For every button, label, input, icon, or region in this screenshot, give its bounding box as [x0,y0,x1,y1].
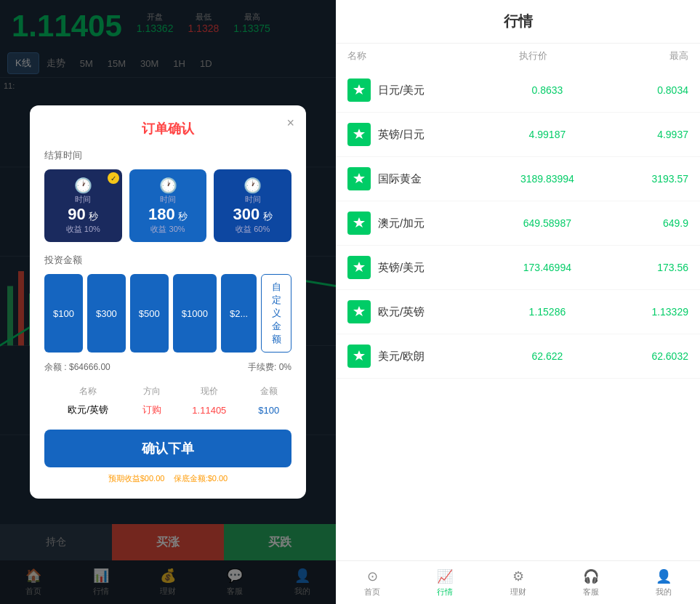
market-item-exec-2: 3189.83994 [491,173,603,185]
market-item-name-1: 英镑/日元 [378,128,491,142]
nav-profile-right[interactable]: 👤 我的 [627,561,700,604]
modal-overlay: 订单确认 × 结算时间 ✓ 🕐 时间 90 秒 收益 10% [0,0,336,604]
market-item-exec-3: 649.58987 [491,217,603,229]
col-name-header: 名称 [44,382,132,400]
market-item-6[interactable]: 美元/欧朗 62.622 62.6032 [336,334,700,379]
order-price: 1.11405 [172,400,246,419]
time-value-90: 90 秒 [49,205,118,224]
market-item-5[interactable]: 欧元/英镑 1.15286 1.13329 [336,290,700,334]
balance-row: 余额 : $64666.00 手续费: 0% [44,361,291,374]
order-table: 名称 方向 现价 金额 欧元/英镑 订购 1.11405 $100 [44,382,291,419]
nav-finance-label-right: 理财 [510,587,526,597]
amount-500[interactable]: $500 [130,274,169,353]
market-item-0[interactable]: 日元/美元 0.8633 0.8034 [336,68,700,113]
nav-service-label-right: 客服 [583,587,599,597]
profit-label-90: 收益 10% [49,224,118,235]
market-table-header: 名称 执行价 最高 [336,44,700,68]
market-item-high-6: 62.6032 [604,350,688,362]
market-item-name-2: 国际黄金 [378,172,491,186]
order-direction: 订购 [132,400,172,419]
market-item-icon-2 [347,167,371,190]
service-icon-right: 🎧 [583,568,599,584]
market-item-4[interactable]: 英镑/美元 173.46994 173.56 [336,246,700,290]
time-option-90[interactable]: ✓ 🕐 时间 90 秒 收益 10% [44,169,122,242]
market-item-exec-1: 4.99187 [491,129,603,140]
market-item-icon-0 [347,78,371,102]
nav-market-right[interactable]: 📈 行情 [409,561,481,604]
market-item-exec-4: 173.46994 [491,262,603,273]
clock-icon-180: 🕐 [134,177,203,194]
time-options: ✓ 🕐 时间 90 秒 收益 10% 🕐 时间 180 秒 [44,169,291,242]
bottom-nav-right: ⊙ 首页 📈 行情 ⚙ 理财 🎧 客服 👤 我的 [336,560,700,604]
market-item-1[interactable]: 英镑/日元 4.99187 4.9937 [336,113,700,157]
col-price-header: 现价 [172,382,246,400]
amount-300[interactable]: $300 [87,274,126,353]
market-item-high-1: 4.9937 [604,129,688,140]
confirm-order-button[interactable]: 确认下单 [44,430,291,467]
custom-amount-button[interactable]: 自定义金额 [261,274,291,353]
market-item-name-0: 日元/美元 [378,84,491,97]
market-item-2[interactable]: 国际黄金 3189.83994 3193.57 [336,157,700,201]
time-label-180: 时间 [134,194,203,205]
order-row: 欧元/英镑 订购 1.11405 $100 [44,400,291,419]
fee-label: 手续费: 0% [248,361,291,374]
nav-profile-label-right: 我的 [656,587,672,597]
time-value-180: 180 秒 [134,205,203,224]
market-list: 日元/美元 0.8633 0.8034 英镑/日元 4.99187 4.9937… [336,68,700,560]
header-name: 名称 [347,49,472,63]
settlement-label: 结算时间 [44,149,291,162]
market-item-icon-4 [347,256,371,279]
profile-icon-right: 👤 [656,568,672,584]
time-option-180[interactable]: 🕐 时间 180 秒 收益 30% [129,169,207,242]
nav-home-label-right: 首页 [364,587,380,597]
home-icon-right: ⊙ [367,568,378,584]
order-name: 欧元/英镑 [44,400,132,419]
left-panel: 1.11405 开盘 1.13362 最低 1.1328 最高 1.13375 … [0,0,336,604]
nav-market-label-right: 行情 [437,587,453,597]
amount-options: $100 $300 $500 $1000 $2... 自定义金额 [44,274,291,353]
profit-label-300: 收益 60% [218,224,287,235]
profit-label-180: 收益 30% [134,224,203,235]
market-item-icon-5 [347,300,371,323]
time-label-90: 时间 [49,194,118,205]
amount-100[interactable]: $100 [44,274,83,353]
market-item-exec-6: 62.622 [491,350,603,362]
modal-close-button[interactable]: × [286,116,294,131]
market-title: 行情 [504,13,533,29]
header-high: 最高 [595,49,688,63]
time-value-300: 300 秒 [218,205,287,224]
right-header: 行情 [336,0,700,44]
market-item-icon-1 [347,123,371,146]
order-modal: 订单确认 × 结算时间 ✓ 🕐 时间 90 秒 收益 10% [30,105,306,499]
check-mark-icon: ✓ [108,172,119,184]
market-item-name-5: 欧元/英镑 [378,305,491,319]
market-item-name-3: 澳元/加元 [378,217,491,230]
nav-service-right[interactable]: 🎧 客服 [555,561,627,604]
clock-icon-300: 🕐 [218,177,287,194]
time-option-300[interactable]: 🕐 时间 300 秒 收益 60% [214,169,291,242]
market-item-high-3: 649.9 [604,217,688,229]
market-item-icon-3 [347,212,371,235]
market-item-high-2: 3193.57 [604,173,688,185]
nav-finance-right[interactable]: ⚙ 理财 [481,561,554,604]
amount-2k[interactable]: $2... [221,274,257,353]
nav-home-right[interactable]: ⊙ 首页 [336,561,409,604]
finance-icon-right: ⚙ [512,568,524,584]
amount-1000[interactable]: $1000 [173,274,217,353]
market-item-high-4: 173.56 [604,262,688,273]
confirm-footnote: 预期收益$00.00 保底金额:$0.00 [44,473,291,484]
market-item-name-6: 美元/欧朗 [378,350,491,363]
col-direction-header: 方向 [132,382,172,400]
order-amount: $100 [246,400,291,419]
market-item-exec-5: 1.15286 [491,306,603,318]
market-item-high-0: 0.8034 [604,84,688,96]
market-item-high-5: 1.13329 [604,306,688,318]
col-amount-header: 金额 [246,382,291,400]
balance-label: 余额 : $64666.00 [44,361,110,374]
header-exec: 执行价 [472,49,596,63]
market-item-3[interactable]: 澳元/加元 649.58987 649.9 [336,201,700,246]
amount-label: 投资金额 [44,254,291,267]
market-item-icon-6 [347,345,371,368]
modal-title: 订单确认 [44,120,291,137]
market-item-exec-0: 0.8633 [491,84,603,96]
